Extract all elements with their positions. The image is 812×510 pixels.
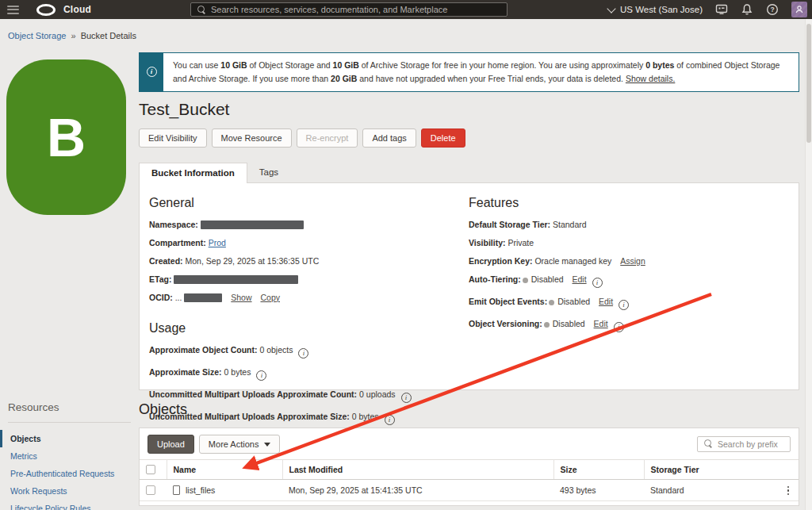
delete-button[interactable]: Delete	[421, 128, 465, 148]
status-dot	[549, 300, 554, 305]
breadcrumb-separator: »	[71, 31, 75, 40]
column-header-size: Size	[553, 459, 644, 479]
breadcrumb-object-storage-link[interactable]: Object Storage	[8, 31, 66, 40]
info-icon[interactable]: i	[298, 348, 308, 359]
scrollbar-thumb[interactable]	[806, 24, 811, 143]
objects-table: Name Last Modified Size Storage Tier lis…	[140, 459, 799, 501]
resources-sidebar: Resources Objects Metrics Pre-Authentica…	[0, 397, 135, 510]
announcements-icon[interactable]	[715, 3, 728, 16]
info-icon[interactable]: i	[401, 393, 412, 403]
sidebar-item-work-requests[interactable]: Work Requests	[0, 482, 135, 500]
object-storage-tier: Standard	[650, 485, 684, 495]
info-icon[interactable]: i	[614, 322, 624, 332]
search-icon	[197, 6, 206, 14]
info-icon[interactable]: i	[592, 278, 603, 288]
object-versioning-field: Object Versioning:Disabled Editi	[469, 319, 645, 332]
notifications-bell-icon[interactable]	[741, 3, 753, 16]
top-navigation-bar: Cloud US West (San Jose) ?	[0, 0, 812, 19]
prefix-search-input[interactable]	[718, 439, 790, 449]
compartment-link[interactable]: Prod	[209, 238, 226, 247]
page-title: Test_Bucket	[139, 100, 799, 119]
search-icon	[704, 439, 713, 448]
row-actions-kebab-icon[interactable]	[784, 486, 792, 497]
user-avatar[interactable]	[791, 2, 807, 17]
ocid-redacted-value	[184, 293, 222, 302]
show-details-link[interactable]: Show details.	[626, 74, 675, 83]
page-scrollbar	[805, 19, 812, 510]
features-heading: Features	[469, 196, 645, 210]
etag-redacted-value	[174, 275, 298, 284]
assign-link[interactable]: Assign	[620, 256, 645, 266]
usage-size-field: Approximate Size: 0 bytesi	[149, 367, 799, 381]
info-icon[interactable]: i	[619, 300, 629, 310]
table-row: list_files Mon, Sep 29, 2025 at 15:41:35…	[140, 479, 799, 500]
ocid-show-link[interactable]: Show	[231, 293, 251, 302]
status-dot	[544, 322, 550, 328]
caret-down-icon	[264, 443, 270, 447]
more-actions-button[interactable]: More Actions	[199, 435, 281, 454]
move-resource-button[interactable]: Move Resource	[212, 128, 292, 148]
sidebar-item-metrics[interactable]: Metrics	[0, 447, 135, 465]
info-banner-text: You can use 10 GiB of Object Storage and…	[163, 53, 799, 91]
file-icon	[173, 485, 180, 495]
tab-tags[interactable]: Tags	[247, 163, 290, 183]
bucket-information-panel: General Namespace: Compartment: Prod Cre…	[139, 182, 799, 390]
upload-button[interactable]: Upload	[147, 435, 194, 454]
usage-multipart-count-field: Uncommitted Multipart Uploads Approximat…	[149, 389, 799, 403]
resources-heading: Resources	[8, 401, 135, 413]
hamburger-menu-icon[interactable]	[7, 6, 19, 14]
add-tags-button[interactable]: Add tags	[362, 128, 416, 148]
namespace-redacted-value	[201, 220, 304, 229]
tab-bucket-information[interactable]: Bucket Information	[139, 163, 247, 183]
ocid-copy-link[interactable]: Copy	[260, 293, 280, 302]
objects-table-header-row: Name Last Modified Size Storage Tier	[140, 459, 799, 479]
usage-multipart-size-field: Uncommitted Multipart Uploads Approximat…	[149, 412, 799, 425]
object-name: list_files	[186, 485, 215, 495]
objects-toolbar: Upload More Actions	[140, 428, 799, 459]
sidebar-item-lifecycle-policy-rules[interactable]: Lifecycle Policy Rules	[0, 500, 135, 510]
status-dot	[523, 278, 528, 283]
global-search-input[interactable]	[211, 5, 507, 14]
info-icon[interactable]: i	[385, 415, 395, 425]
breadcrumb-current: Bucket Details	[81, 31, 136, 40]
emit-events-edit-link[interactable]: Edit	[599, 297, 613, 306]
auto-tiering-edit-link[interactable]: Edit	[573, 274, 587, 284]
bucket-icon: B	[6, 59, 126, 215]
column-header-name: Name	[167, 459, 282, 479]
sidebar-item-objects[interactable]: Objects	[0, 430, 135, 447]
sidebar-item-pre-authenticated-requests[interactable]: Pre-Authenticated Requests	[0, 465, 135, 482]
bucket-tabs: Bucket Information Tags	[139, 163, 799, 183]
visibility-field: Visibility: Private	[469, 238, 645, 247]
free-tier-info-banner: i You can use 10 GiB of Object Storage a…	[139, 52, 799, 92]
chevron-down-icon	[607, 4, 615, 13]
oracle-logo	[36, 4, 56, 16]
divider	[8, 422, 131, 423]
objects-panel: Upload More Actions Name Last Modified S…	[139, 428, 799, 506]
svg-text:?: ?	[770, 6, 774, 13]
encryption-key-field: Encryption Key: Oracle managed key Assig…	[469, 256, 645, 266]
default-storage-tier-field: Default Storage Tier: Standard	[469, 220, 645, 229]
global-search-bar[interactable]	[190, 2, 508, 17]
object-size: 493 bytes	[553, 479, 644, 500]
brand-label: Cloud	[63, 4, 91, 15]
object-last-modified: Mon, Sep 29, 2025 at 15:41:35 UTC	[282, 479, 553, 500]
info-icon: i	[147, 67, 157, 77]
edit-visibility-button[interactable]: Edit Visibility	[139, 128, 207, 148]
auto-tiering-field: Auto-Tiering:Disabled Editi	[469, 274, 645, 288]
bucket-icon-letter: B	[47, 106, 86, 168]
help-icon[interactable]: ?	[766, 3, 779, 16]
prefix-search-box[interactable]	[697, 436, 791, 452]
region-selector[interactable]: US West (San Jose)	[608, 5, 703, 14]
column-header-storage-tier: Storage Tier	[644, 459, 799, 479]
emit-object-events-field: Emit Object Events:Disabled Editi	[469, 297, 645, 310]
info-icon[interactable]: i	[256, 370, 266, 381]
select-all-checkbox[interactable]	[146, 465, 155, 474]
breadcrumb: Object Storage » Bucket Details	[8, 31, 136, 40]
bucket-actions-toolbar: Edit Visibility Move Resource Re-encrypt…	[139, 128, 799, 148]
row-checkbox[interactable]	[146, 485, 155, 495]
versioning-edit-link[interactable]: Edit	[594, 319, 608, 328]
re-encrypt-button[interactable]: Re-encrypt	[297, 128, 358, 148]
region-label: US West (San Jose)	[620, 5, 703, 14]
info-banner-stripe: i	[140, 53, 163, 91]
usage-object-count-field: Approximate Object Count: 0 objectsi	[149, 345, 799, 359]
